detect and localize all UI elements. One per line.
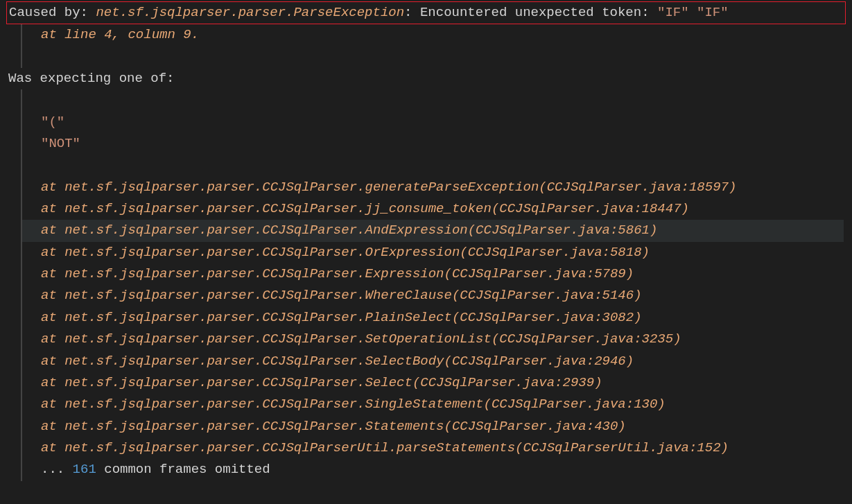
omitted-count: 161 <box>73 462 96 477</box>
exception-header-line[interactable]: Caused by: net.sf.jsqlparser.parser.Pars… <box>6 1 846 24</box>
stack-frame[interactable]: at net.sf.jsqlparser.parser.CCJSqlParser… <box>22 285 844 306</box>
exception-class-name: net.sf.jsqlparser.parser.ParseException <box>96 5 404 20</box>
blank-line <box>22 46 844 68</box>
stack-frame[interactable]: at net.sf.jsqlparser.parser.CCJSqlParser… <box>22 177 844 198</box>
stack-frame[interactable]: at net.sf.jsqlparser.parser.CCJSqlParser… <box>22 329 844 350</box>
stack-frame[interactable]: at net.sf.jsqlparser.parser.CCJSqlParser… <box>22 351 844 372</box>
expected-literal-not: "NOT" <box>22 133 844 155</box>
stack-frame[interactable]: at net.sf.jsqlparser.parser.CCJSqlParser… <box>22 307 844 329</box>
stack-frame[interactable]: at net.sf.jsqlparser.parser.CCJSqlParser… <box>22 242 844 263</box>
stack-frame-highlighted[interactable]: at net.sf.jsqlparser.parser.CCJSqlParser… <box>22 220 844 241</box>
blank-line <box>22 89 844 111</box>
expecting-label: Was expecting one of: <box>8 68 844 89</box>
stack-frame[interactable]: at net.sf.jsqlparser.parser.CCJSqlParser… <box>22 437 844 459</box>
caused-by-label: Caused by: <box>9 5 96 20</box>
token-literal-1: "IF" <box>657 5 689 20</box>
frames-omitted-line: ... 161 common frames omitted <box>22 459 844 480</box>
at-line-column: at line 4, column 9. <box>22 24 844 46</box>
stack-frame[interactable]: at net.sf.jsqlparser.parser.CCJSqlParser… <box>22 416 844 437</box>
stack-frame[interactable]: at net.sf.jsqlparser.parser.CCJSqlParser… <box>22 394 844 415</box>
log-output: Caused by: net.sf.jsqlparser.parser.Pars… <box>0 0 852 483</box>
colon: : <box>404 5 420 20</box>
blank-line <box>22 155 844 176</box>
expected-literal-paren: "(" <box>22 112 844 133</box>
omitted-text: common frames omitted <box>96 462 270 477</box>
space <box>689 5 697 20</box>
stack-frame[interactable]: at net.sf.jsqlparser.parser.CCJSqlParser… <box>22 263 844 285</box>
stack-frame[interactable]: at net.sf.jsqlparser.parser.CCJSqlParser… <box>22 372 844 394</box>
exception-message-prefix: Encountered unexpected token: <box>420 5 657 20</box>
token-literal-2: "IF" <box>697 5 729 20</box>
stack-frame[interactable]: at net.sf.jsqlparser.parser.CCJSqlParser… <box>22 198 844 220</box>
omitted-dots: ... <box>41 462 73 477</box>
